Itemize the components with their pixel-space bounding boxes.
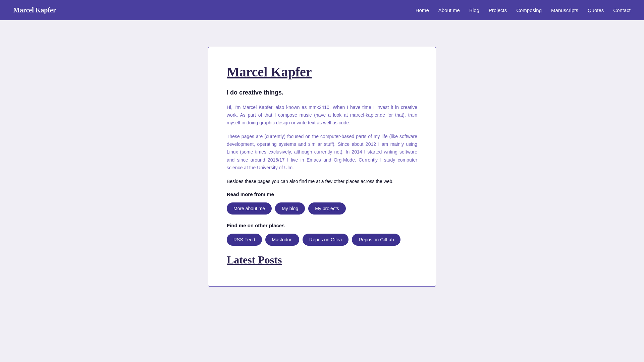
body-paragraph-1: These pages are (currently) focused on t…: [227, 133, 417, 171]
external-link-mkde[interactable]: marcel-kapfer.de: [350, 112, 385, 118]
page-wrapper: Marcel Kapfer I do creative things. Hi, …: [0, 20, 644, 313]
nav-item-blog[interactable]: Blog: [469, 7, 479, 13]
main-nav: HomeAbout meBlogProjectsComposingManuscr…: [416, 7, 631, 13]
read-more-buttons: More about meMy blogMy projects: [227, 202, 417, 215]
subtitle: I do creative things.: [227, 89, 417, 96]
read-more-button-more-about-me[interactable]: More about me: [227, 202, 272, 215]
nav-item-about-me[interactable]: About me: [438, 7, 460, 13]
page-title: Marcel Kapfer: [227, 64, 417, 80]
find-me-button-repos-on-gitea[interactable]: Repos on Gitea: [303, 234, 348, 246]
body-paragraph-2: Besides these pages you can also find me…: [227, 178, 417, 185]
find-me-heading: Find me on other places: [227, 223, 417, 228]
find-me-button-mastodon[interactable]: Mastodon: [265, 234, 299, 246]
find-me-button-repos-on-gitlab[interactable]: Repos on GitLab: [352, 234, 400, 246]
nav-item-contact[interactable]: Contact: [613, 7, 631, 13]
read-more-heading: Read more from me: [227, 191, 417, 197]
site-header: Marcel Kapfer HomeAbout meBlogProjectsCo…: [0, 0, 644, 20]
find-me-buttons: RSS FeedMastodonRepos on GiteaRepos on G…: [227, 234, 417, 246]
nav-item-home[interactable]: Home: [416, 7, 429, 13]
content-card: Marcel Kapfer I do creative things. Hi, …: [208, 47, 436, 287]
site-title[interactable]: Marcel Kapfer: [13, 6, 56, 14]
latest-posts-title: Latest Posts: [227, 254, 417, 266]
nav-item-manuscripts[interactable]: Manuscripts: [551, 7, 578, 13]
find-me-button-rss-feed[interactable]: RSS Feed: [227, 234, 262, 246]
read-more-button-my-blog[interactable]: My blog: [275, 202, 305, 215]
nav-item-projects[interactable]: Projects: [489, 7, 507, 13]
nav-item-composing[interactable]: Composing: [516, 7, 542, 13]
read-more-button-my-projects[interactable]: My projects: [308, 202, 346, 215]
intro-paragraph: Hi, I'm Marcel Kapfer, also known as mmk…: [227, 104, 417, 127]
nav-item-quotes[interactable]: Quotes: [588, 7, 604, 13]
